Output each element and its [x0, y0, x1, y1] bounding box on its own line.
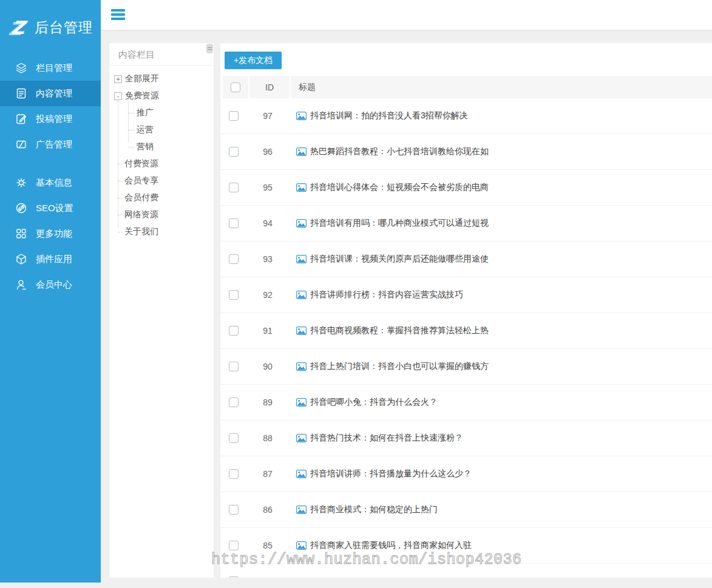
content-panel: +发布文档 ID 标题 97 抖音培训网：拍的抖音没人看3招帮你解决 96 [220, 43, 712, 578]
row-id: 96 [247, 147, 288, 157]
image-icon [296, 505, 307, 514]
row-checkbox[interactable] [229, 290, 239, 300]
image-icon [296, 291, 307, 299]
table-row: 85 抖音商家入驻需要钱吗，抖音商家如何入驻 [220, 528, 712, 564]
category-tree-panel: 内容栏目 + 全部展开 - 免费资源 推广 运营 营销 付费资源 会员专享 会员… [109, 43, 214, 578]
row-checkbox[interactable] [229, 433, 239, 443]
row-checkbox[interactable] [229, 576, 239, 578]
row-checkbox[interactable] [229, 362, 239, 371]
tree-panel-title: 内容栏目 [109, 43, 214, 66]
sidebar: Z Z 后台管理 栏目管理 内容管理 投稿管理 广告管理 基本信息 SEO设置 … [0, 0, 101, 583]
table-row: 94 抖音培训有用吗：哪几种商业模式可以通过短视 [220, 206, 712, 242]
row-id: 95 [247, 183, 288, 192]
tree-item[interactable]: 会员付费 [109, 189, 214, 206]
row-id: 90 [247, 362, 288, 371]
row-title-link[interactable]: 抖音培训网：拍的抖音没人看3招帮你解决 [310, 110, 468, 121]
select-all-checkbox[interactable] [231, 83, 240, 92]
table-row: 93 抖音培训课：视频关闭原声后还能做哪些用途使 [220, 242, 712, 277]
tree-item-root[interactable]: - 免费资源 [109, 87, 214, 104]
hamburger-menu-icon[interactable] [111, 9, 125, 21]
row-checkbox[interactable] [229, 111, 239, 121]
sidebar-item-6[interactable]: SEO设置 [0, 195, 101, 221]
sidebar-item-3[interactable]: 投稿管理 [0, 106, 101, 132]
sidebar-nav: 栏目管理 内容管理 投稿管理 广告管理 基本信息 SEO设置 更多功能 插件应用… [0, 55, 101, 297]
row-title-link[interactable]: 抖音培训讲师：抖音播放量为什么这么少？ [310, 468, 472, 479]
image-icon [296, 219, 307, 228]
topbar [101, 0, 712, 30]
sidebar-item-4[interactable]: 广告管理 [0, 132, 101, 157]
image-icon [296, 183, 307, 192]
sidebar-item-5[interactable]: 基本信息 [0, 170, 101, 195]
row-checkbox[interactable] [229, 326, 239, 336]
row-title-link[interactable]: 抖音电商视频教程：掌握抖音推荐算法轻松上热 [310, 325, 489, 336]
row-title-link[interactable]: 热巴舞蹈抖音教程：小七抖音培训教给你现在如 [310, 146, 489, 157]
row-checkbox[interactable] [229, 183, 239, 192]
row-id: 97 [247, 111, 288, 121]
row-title-link[interactable]: 抖音商家入驻需要钱吗，抖音商家如何入驻 [310, 540, 472, 551]
row-id: 87 [247, 469, 288, 479]
table-row: 97 抖音培训网：拍的抖音没人看3招帮你解决 [220, 98, 712, 134]
table-row: 96 热巴舞蹈抖音教程：小七抖音培训教给你现在如 [220, 134, 712, 170]
tree-item[interactable]: 网络资源 [109, 206, 214, 223]
collapse-icon[interactable]: - [114, 92, 122, 100]
table-row: 95 抖音培训心得体会：短视频会不会被劣质的电商 [220, 170, 712, 206]
row-checkbox[interactable] [229, 469, 239, 479]
panel-resize-handle-icon[interactable] [206, 44, 213, 53]
tree-item[interactable]: 付费资源 [109, 155, 214, 172]
cube-icon [15, 253, 27, 265]
table-row: 91 抖音电商视频教程：掌握抖音推荐算法轻松上热 [220, 313, 712, 349]
row-title-link[interactable]: 抖音培训有用吗：哪几种商业模式可以通过短视 [310, 218, 489, 229]
table-row [220, 564, 712, 578]
link-icon [15, 202, 27, 214]
row-title-link[interactable]: 抖音培训心得体会：短视频会不会被劣质的电商 [310, 182, 489, 193]
tree-item-expand-all[interactable]: + 全部展开 [109, 70, 214, 87]
row-id: 88 [247, 433, 288, 443]
row-id: 94 [247, 218, 288, 228]
edit-document-icon [15, 113, 27, 125]
image-icon [296, 147, 307, 156]
publish-document-button[interactable]: +发布文档 [225, 52, 282, 69]
table-row: 88 抖音热门技术：如何在抖音上快速涨粉？ [220, 421, 712, 456]
documents-table: ID 标题 97 抖音培训网：拍的抖音没人看3招帮你解决 96 [220, 76, 712, 578]
sidebar-item-2[interactable]: 内容管理 [0, 81, 101, 106]
tree-item[interactable]: 关于我们 [109, 223, 214, 240]
row-checkbox[interactable] [229, 541, 239, 550]
table-row: 89 抖音吧唧小兔：抖音为什么会火？ [220, 385, 712, 421]
row-id: 92 [247, 290, 288, 300]
tree-item-child[interactable]: 营销 [109, 138, 214, 155]
layers-icon [15, 62, 27, 74]
row-checkbox[interactable] [229, 147, 239, 157]
tree-item[interactable]: 会员专享 [109, 172, 214, 189]
table-row: 92 抖音讲师排行榜：抖音内容运营实战技巧 [220, 277, 712, 313]
row-id: 89 [247, 397, 288, 407]
sidebar-item-1[interactable]: 栏目管理 [0, 55, 101, 81]
row-title-link[interactable]: 抖音上热门培训：抖音小白也可以掌握的赚钱方 [310, 361, 489, 372]
brand: Z Z 后台管理 [0, 0, 101, 55]
row-id: 86 [247, 505, 288, 515]
grid-icon [15, 228, 27, 240]
tree-item-child[interactable]: 运营 [109, 121, 214, 138]
row-title-link[interactable]: 抖音吧唧小兔：抖音为什么会火？ [310, 397, 438, 408]
row-title-link[interactable]: 抖音热门技术：如何在抖音上快速涨粉？ [310, 433, 463, 444]
sidebar-item-7[interactable]: 更多功能 [0, 221, 101, 246]
image-icon [296, 362, 307, 371]
image-icon [296, 326, 307, 335]
row-title-link[interactable]: 抖音商业模式：如何稳定的上热门 [310, 504, 438, 515]
image-icon [296, 541, 307, 550]
sidebar-item-9[interactable]: 会员中心 [0, 272, 101, 297]
sidebar-item-8[interactable]: 插件应用 [0, 246, 101, 272]
table-row: 90 抖音上热门培训：抖音小白也可以掌握的赚钱方 [220, 349, 712, 385]
row-title-link[interactable]: 抖音培训课：视频关闭原声后还能做哪些用途使 [310, 254, 489, 265]
gear-icon [15, 177, 27, 189]
row-checkbox[interactable] [229, 254, 239, 264]
tree-item-child[interactable]: 推广 [109, 104, 214, 121]
row-id: 93 [247, 254, 288, 264]
table-row: 86 抖音商业模式：如何稳定的上热门 [220, 492, 712, 528]
expand-icon[interactable]: + [114, 75, 122, 83]
image-icon [296, 398, 307, 407]
row-title-link[interactable]: 抖音讲师排行榜：抖音内容运营实战技巧 [310, 289, 463, 300]
row-checkbox[interactable] [229, 505, 239, 515]
row-checkbox[interactable] [229, 218, 239, 228]
row-checkbox[interactable] [229, 397, 239, 407]
brand-title: 后台管理 [35, 18, 93, 37]
